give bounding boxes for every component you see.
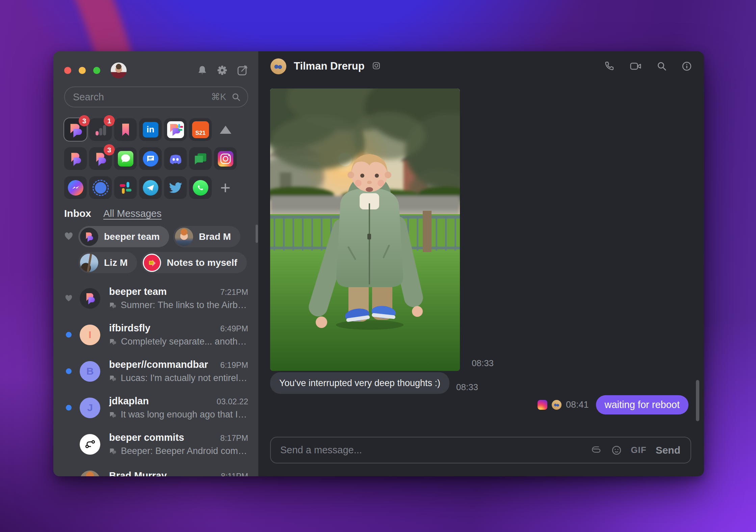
beeper-slack-icon	[167, 121, 184, 138]
chat-row-ifbirdsfly[interactable]: I ifbirdsfly 6:49PM Completely separate.…	[64, 316, 248, 353]
account-avatar[interactable]	[111, 62, 127, 78]
attachment-paperclip-icon[interactable]	[592, 446, 602, 454]
network-twitter[interactable]	[164, 176, 187, 199]
chat-name: beeper team	[109, 286, 167, 297]
chat-avatar[interactable]	[270, 58, 286, 74]
chat-scrollbar[interactable]	[696, 380, 699, 421]
settings-gear-icon[interactable]	[217, 65, 228, 76]
avatar: I	[80, 325, 100, 345]
favorite-liz-m[interactable]: Liz M	[78, 252, 137, 273]
avatar: J	[80, 398, 100, 418]
search-input[interactable]	[73, 92, 211, 103]
sidebar: ⌘K 3 1	[53, 51, 258, 476]
outgoing-message: 08:41 waiting for reboot	[538, 395, 688, 414]
photo-message[interactable]	[270, 88, 460, 371]
favorite-label: Notes to myself	[167, 257, 237, 268]
tab-inbox[interactable]: Inbox	[64, 208, 91, 219]
traffic-lights	[64, 67, 100, 74]
network-imessage[interactable]	[114, 147, 137, 170]
chat-row-beeper-commandbar[interactable]: B beeper//commandbar 6:19PM Lucas: I'm a…	[64, 353, 248, 389]
chat-preview: Lucas: I'm actually not entirely su...	[121, 373, 248, 383]
video-call-icon[interactable]	[630, 61, 642, 71]
favorite-label: Brad M	[199, 231, 231, 242]
beeper-avatar	[80, 288, 100, 309]
compose-icon[interactable]	[237, 65, 248, 76]
git-branch-icon	[80, 434, 100, 455]
chat-header: Tilman Drerup	[258, 51, 704, 81]
search-shortcut: ⌘K	[211, 92, 226, 102]
message-composer[interactable]: GIF Send	[270, 437, 691, 463]
favorite-label: beeper team	[104, 231, 160, 242]
chat-row-brad-murray[interactable]: Brad Murray 8:11PM	[64, 462, 248, 476]
minimize-button[interactable]	[79, 67, 86, 74]
chat-row-beeper-team[interactable]: beeper team 7:21PM Sumner: The links to …	[64, 280, 248, 316]
network-google-chat[interactable]	[189, 147, 212, 170]
avatar: B	[80, 361, 100, 382]
whatsapp-icon	[193, 180, 208, 196]
collapse-grid-button[interactable]	[214, 118, 237, 141]
search-chat-icon[interactable]	[657, 61, 667, 71]
network-bubble-icon	[109, 411, 116, 419]
outgoing-bubble[interactable]: waiting for reboot	[596, 395, 688, 414]
avatar	[175, 228, 193, 246]
chat-row-jdkaplan[interactable]: J jdkaplan 03.02.22 It was long enough a…	[64, 389, 248, 426]
chat-time: 03.02.22	[212, 397, 248, 406]
outgoing-timestamp: 08:41	[566, 400, 589, 410]
chat-time: 7:21PM	[215, 287, 248, 297]
favorite-brad-m[interactable]: Brad M	[173, 226, 240, 247]
network-android-messages[interactable]	[139, 147, 162, 170]
network-messenger[interactable]	[64, 176, 87, 199]
chat-list: beeper team 7:21PM Sumner: The links to …	[64, 280, 248, 476]
search-bar[interactable]: ⌘K	[64, 86, 248, 107]
tab-all-messages[interactable]: All Messages	[103, 208, 161, 219]
chat-time: 6:19PM	[215, 360, 248, 370]
plus-icon: +	[220, 179, 230, 197]
incoming-message: You've interrupted very deep thoughts :)…	[270, 372, 478, 394]
add-network-button[interactable]: +	[214, 176, 237, 199]
photo-timestamp: 08:33	[472, 358, 494, 369]
network-beeper-slack[interactable]	[164, 118, 187, 141]
chat-time: 8:17PM	[215, 433, 248, 443]
favorite-notes-to-myself[interactable]: Notes to myself	[141, 252, 247, 273]
network-bubble-icon	[109, 375, 116, 382]
gif-button[interactable]: GIF	[631, 445, 646, 455]
chevron-up-icon	[220, 126, 231, 134]
close-button[interactable]	[64, 67, 71, 74]
network-beeper[interactable]: 3	[64, 118, 87, 141]
network-bookmarks[interactable]	[114, 118, 137, 141]
chat-row-beeper-commits[interactable]: beeper commits 8:17PM Beeper: Beeper And…	[64, 426, 248, 462]
instagram-outline-icon	[372, 61, 381, 71]
network-slack[interactable]	[114, 176, 137, 199]
network-whatsapp[interactable]	[189, 176, 212, 199]
send-button[interactable]: Send	[656, 445, 680, 456]
call-icon[interactable]	[604, 61, 615, 72]
network-linkedin[interactable]: in	[139, 118, 162, 141]
network-telegram[interactable]	[139, 176, 162, 199]
sidebar-scrollbar[interactable]	[256, 225, 258, 243]
unread-badge: 3	[79, 115, 90, 126]
network-bubble-icon	[109, 338, 116, 346]
chat-name: beeper//commandbar	[109, 359, 208, 370]
network-analytics[interactable]: 1	[89, 118, 112, 141]
info-icon[interactable]	[682, 61, 692, 71]
network-bubble-icon	[109, 302, 116, 309]
network-beeper-work[interactable]: 3	[89, 147, 112, 170]
android-messages-icon	[143, 151, 158, 167]
chat-preview: It was long enough ago that I cou...	[121, 409, 248, 420]
incoming-bubble[interactable]: You've interrupted very deep thoughts :)	[270, 372, 449, 394]
chat-preview: Beeper: Beeper Android commit ...	[121, 446, 248, 456]
zoom-button[interactable]	[93, 67, 100, 74]
network-beeper-alt[interactable]	[64, 147, 87, 170]
network-s21[interactable]: S21	[189, 118, 212, 141]
message-input[interactable]	[280, 445, 582, 456]
emoji-icon[interactable]	[611, 445, 622, 455]
chat-name: beeper commits	[109, 432, 184, 443]
notifications-bell-icon[interactable]	[197, 65, 208, 76]
imessage-icon	[118, 151, 133, 167]
search-icon	[232, 93, 241, 102]
network-instagram[interactable]	[214, 147, 237, 170]
favorites: beeper team Brad M Liz M	[64, 226, 248, 273]
favorite-beeper-team[interactable]: beeper team	[78, 226, 169, 247]
network-signal[interactable]	[89, 176, 112, 199]
network-discord[interactable]	[164, 147, 187, 170]
